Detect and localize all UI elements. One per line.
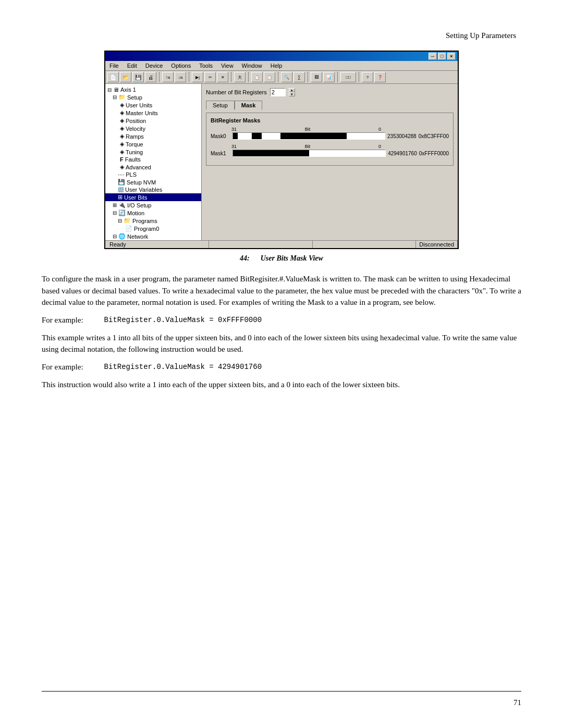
tree-label-uservariables: User Variables [125,187,162,193]
figure-title: User Bits Mask View [261,254,323,262]
toolbar-print[interactable]: 🖨 [145,72,156,82]
tree-tuning[interactable]: ◈ Tuning [105,148,201,156]
toolbar: 📄 📂 💾 🖨 ↑a ↓a ▶| ✂ ✕ 大 📋 📋 🔍 ∑ 🖼 📊 □□ [105,71,458,84]
figure-number: 44: [240,254,250,262]
tree-motion[interactable]: ⊟ 🔄 Motion [105,209,201,217]
tree-uservariables[interactable]: 🔢 User Variables [105,186,201,193]
minimize-button[interactable]: ─ [429,53,437,60]
toolbar-btn-13[interactable]: □□ [340,72,356,82]
menu-device[interactable]: Device [143,62,165,69]
tree-ramps[interactable]: ◈ Ramps [105,132,201,140]
mask0-bit-low: 0 [378,127,381,132]
tree-label-userbits: User Bits [124,194,148,201]
tree-userunits[interactable]: ◈ User Units [105,101,201,109]
tree-advanced[interactable]: ◈ Advanced [105,163,201,171]
tree-label-axis1: Axis 1 [120,87,136,93]
restore-button[interactable]: □ [438,53,446,60]
num-bits-row: Number of Bit Registers ▲ ▼ [206,88,454,96]
toolbar-about[interactable]: ❓ [374,72,386,82]
menu-options[interactable]: Options [169,62,193,69]
spin-down-button[interactable]: ▼ [289,92,295,96]
mask0-bit-high: 31 [231,127,237,132]
tree-setupnvm[interactable]: 💾 Setup NVM [105,178,201,186]
tree-torque[interactable]: ◈ Torque [105,140,201,148]
toolbar-save[interactable]: 💾 [132,72,144,82]
toolbar-btn-5[interactable]: ✕ [217,72,228,82]
title-bar: ─ □ × [105,52,458,61]
menu-view[interactable]: View [219,62,236,69]
tree-setup[interactable]: ⊟ 📁 Setup [105,93,201,101]
toolbar-btn-10[interactable]: ∑ [293,72,305,82]
tree-pls[interactable]: ···· PLS [105,171,201,178]
header-title: Setting Up Parameters [446,31,516,40]
toolbar-separator-1 [159,72,160,82]
tree-userbits[interactable]: ⊞ User Bits [105,193,201,201]
toolbar-separator-3 [231,72,231,82]
tree-icon-setupnvm: 💾 [118,179,125,186]
toolbar-btn-2[interactable]: ↓a [175,72,186,82]
tree-label-programs: Programs [132,218,157,224]
toolbar-help[interactable]: ? [362,72,373,82]
toolbar-new[interactable]: 📄 [107,72,119,82]
tree-icon-tuning: ◈ [120,149,124,155]
num-bits-label: Number of Bit Registers [206,89,267,95]
tab-mask[interactable]: Mask [235,101,263,110]
toolbar-btn-1[interactable]: ↑a [162,72,174,82]
tree-expand-motion: ⊟ [113,210,117,216]
tree-label-setupnvm: Setup NVM [127,179,156,186]
menu-bar: File Edit Device Options Tools View Wind… [105,61,458,71]
tree-velocity[interactable]: ◈ Velocity [105,125,201,132]
mask0-seg-6 [262,133,280,139]
page-number: 71 [513,698,521,707]
tree-label-network: Network [127,233,148,240]
num-bits-spinner[interactable]: ▲ ▼ [289,88,295,96]
toolbar-btn-6[interactable]: 大 [234,72,246,82]
toolbar-open[interactable]: 📂 [120,72,131,82]
tree-icon-velocity: ◈ [120,125,124,132]
toolbar-btn-9[interactable]: 🔍 [281,72,292,82]
tree-icon-torque: ◈ [120,141,124,147]
tab-setup[interactable]: Setup [206,101,235,109]
body-paragraph-2: This example writes a 1 into all bits of… [42,332,521,355]
mask1-bit-display [232,150,386,157]
mask0-row: 31 Bit 0 Mask0 2353004288 0x8C3FFF00 [211,127,449,140]
toolbar-btn-12[interactable]: 📊 [323,72,335,82]
mask0-bit-labels: 31 Bit 0 [211,127,449,132]
tree-programs[interactable]: ⊟ 📁 Programs [105,217,201,225]
spin-up-button[interactable]: ▲ [289,88,295,92]
tree-iosetup[interactable]: ⊞ 🔌 I/O Setup [105,201,201,209]
title-bar-buttons: ─ □ × [429,53,456,60]
toolbar-btn-11[interactable]: 🖼 [311,72,322,82]
menu-help[interactable]: Help [268,62,285,69]
num-bits-input[interactable] [270,88,286,96]
toolbar-btn-4[interactable]: ✂ [204,72,216,82]
menu-file[interactable]: File [107,62,121,69]
tree-axis1[interactable]: ⊟ 🖥 Axis 1 [105,86,201,93]
toolbar-separator-5 [278,72,278,82]
tree-icon-network: 🌐 [118,233,126,240]
tree-icon-io: 🔌 [118,202,126,208]
toolbar-separator-2 [189,72,189,82]
status-disconnected: Disconnected [416,241,458,248]
menu-edit[interactable]: Edit [125,62,139,69]
tree-network[interactable]: ⊟ 🌐 Network [105,232,201,240]
menu-tools[interactable]: Tools [197,62,215,69]
tree-label-tuning: Tuning [126,149,143,155]
tree-position[interactable]: ◈ Position [105,117,201,125]
tree-masterunits[interactable]: ◈ Master Units [105,109,201,117]
mask1-lower-bits [309,150,385,156]
mask1-row: 31 Bit 0 Mask1 42949 [211,144,449,157]
toolbar-btn-8[interactable]: 📋 [264,72,275,82]
toolbar-btn-7[interactable]: 📋 [251,72,263,82]
tree-expand-network: ⊟ [113,233,117,239]
menu-window[interactable]: Window [240,62,264,69]
mask0-line: Mask0 2353004288 0x8C3FFF00 [211,132,449,140]
tree-faults[interactable]: F Faults [105,156,201,163]
example-1-label: For example: [42,316,83,325]
tree-label-userunits: User Units [126,102,152,108]
toolbar-btn-3[interactable]: ▶| [192,72,203,82]
status-empty1 [209,241,313,248]
tree-program0[interactable]: 📄 Program0 [105,225,201,232]
tree-expand-iosetup: ⊞ [113,202,117,208]
close-button[interactable]: × [447,53,456,60]
